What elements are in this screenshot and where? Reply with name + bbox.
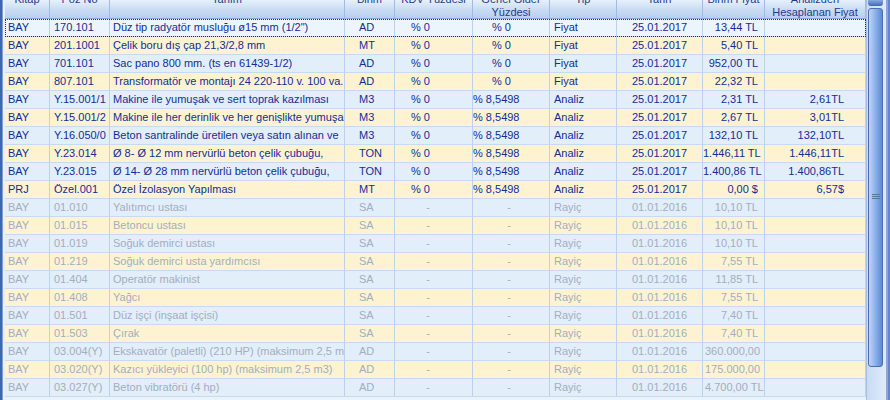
grid-row[interactable]: BAY03.004(Y)Ekskavatör (paletli) (210 HP…: [5, 343, 866, 361]
cell-gg_yuzdesi[interactable]: % 8,5498: [473, 127, 550, 145]
cell-birim_fiyat[interactable]: 132,10 TL: [703, 127, 765, 145]
cell-tanim[interactable]: Kazıcı yükleyici (100 hp) (maksimum 2,5 …: [110, 361, 345, 379]
cell-kitap[interactable]: BAY: [5, 163, 50, 181]
cell-kdv_yuzdesi[interactable]: -: [395, 235, 473, 253]
cell-gg_yuzdesi[interactable]: % 8,5498: [473, 91, 550, 109]
cell-gg_yuzdesi[interactable]: % 8,5498: [473, 145, 550, 163]
cell-tarih[interactable]: 01.01.2016: [617, 271, 703, 289]
cell-gg_yuzdesi[interactable]: -: [473, 217, 550, 235]
cell-tip[interactable]: Rayiç: [550, 307, 617, 325]
cell-tanim[interactable]: Yağcı: [110, 289, 345, 307]
cell-kitap[interactable]: BAY: [5, 37, 50, 55]
cell-tarih[interactable]: 25.01.2017: [617, 73, 703, 91]
cell-kitap[interactable]: BAY: [5, 361, 50, 379]
cell-poz_no[interactable]: Y.16.050/0: [50, 127, 110, 145]
cell-tanim[interactable]: Yalıtımcı ustası: [110, 199, 345, 217]
cell-gg_yuzdesi[interactable]: -: [473, 379, 550, 397]
cell-kdv_yuzdesi[interactable]: -: [395, 253, 473, 271]
cell-gg_yuzdesi[interactable]: -: [473, 271, 550, 289]
cell-kdv_yuzdesi[interactable]: % 0: [395, 37, 473, 55]
cell-tip[interactable]: Rayiç: [550, 253, 617, 271]
cell-kdv_yuzdesi[interactable]: -: [395, 361, 473, 379]
cell-tanim[interactable]: Transformatör ve montajı 24 220-110 v. 1…: [110, 73, 345, 91]
cell-poz_no[interactable]: 01.501: [50, 307, 110, 325]
cell-tip[interactable]: Rayiç: [550, 271, 617, 289]
cell-birim_fiyat[interactable]: 4.700,00 TL: [703, 379, 765, 397]
cell-tarih[interactable]: 01.01.2016: [617, 235, 703, 253]
cell-poz_no[interactable]: 01.503: [50, 325, 110, 343]
cell-hesaplanan_fiyat[interactable]: [765, 289, 866, 307]
cell-poz_no[interactable]: 01.219: [50, 253, 110, 271]
grid-row[interactable]: BAY01.219Soğuk demirci usta yardımcısıSA…: [5, 253, 866, 271]
cell-hesaplanan_fiyat[interactable]: [765, 343, 866, 361]
cell-hesaplanan_fiyat[interactable]: 1.400,86TL: [765, 163, 866, 181]
cell-hesaplanan_fiyat[interactable]: [765, 253, 866, 271]
cell-tanim[interactable]: Beton vibratörü (4 hp): [110, 379, 345, 397]
cell-hesaplanan_fiyat[interactable]: [765, 325, 866, 343]
grid-row[interactable]: BAY03.020(Y)Kazıcı yükleyici (100 hp) (m…: [5, 361, 866, 379]
grid-row[interactable]: BAY01.501Düz işçi (inşaat işçisi)SA--Ray…: [5, 307, 866, 325]
cell-poz_no[interactable]: Y.23.015: [50, 163, 110, 181]
cell-tanim[interactable]: Betoncu ustası: [110, 217, 345, 235]
cell-kdv_yuzdesi[interactable]: % 0: [395, 181, 473, 199]
cell-gg_yuzdesi[interactable]: % 0: [473, 73, 550, 91]
cell-kitap[interactable]: BAY: [5, 91, 50, 109]
cell-tip[interactable]: Fiyat: [550, 55, 617, 73]
grid-row[interactable]: BAYY.23.014Ø 8- Ø 12 mm nervürlü beton ç…: [5, 145, 866, 163]
cell-birim[interactable]: M3: [345, 109, 395, 127]
cell-tanim[interactable]: Soğuk demirci usta yardımcısı: [110, 253, 345, 271]
cell-hesaplanan_fiyat[interactable]: [765, 199, 866, 217]
cell-birim_fiyat[interactable]: 0,00 $: [703, 181, 765, 199]
header-poz_no[interactable]: Poz No: [50, 0, 110, 19]
cell-kdv_yuzdesi[interactable]: -: [395, 217, 473, 235]
cell-tip[interactable]: Rayiç: [550, 343, 617, 361]
cell-kdv_yuzdesi[interactable]: -: [395, 325, 473, 343]
cell-tarih[interactable]: 01.01.2016: [617, 379, 703, 397]
cell-hesaplanan_fiyat[interactable]: 3,01TL: [765, 109, 866, 127]
cell-poz_no[interactable]: 201.1001: [50, 37, 110, 55]
cell-kitap[interactable]: BAY: [5, 271, 50, 289]
cell-tanim[interactable]: Çelik boru dış çap 21,3/2,8 mm: [110, 37, 345, 55]
cell-kdv_yuzdesi[interactable]: % 0: [395, 73, 473, 91]
grid-row[interactable]: BAYY.15.001/2Makine ile her derinlik ve …: [5, 109, 866, 127]
cell-tip[interactable]: Analiz: [550, 163, 617, 181]
cell-poz_no[interactable]: Y.15.001/1: [50, 91, 110, 109]
cell-tarih[interactable]: 25.01.2017: [617, 91, 703, 109]
cell-birim[interactable]: TON: [345, 145, 395, 163]
cell-tanim[interactable]: Ekskavatör (paletli) (210 HP) (maksimum …: [110, 343, 345, 361]
cell-tarih[interactable]: 01.01.2016: [617, 199, 703, 217]
cell-kdv_yuzdesi[interactable]: -: [395, 199, 473, 217]
cell-kitap[interactable]: BAY: [5, 217, 50, 235]
cell-kitap[interactable]: BAY: [5, 109, 50, 127]
cell-tarih[interactable]: 01.01.2016: [617, 253, 703, 271]
cell-birim_fiyat[interactable]: 11,85 TL: [703, 271, 765, 289]
cell-birim_fiyat[interactable]: 360.000,00: [703, 343, 765, 361]
scroll-up-button[interactable]: [868, 0, 883, 6]
cell-birim_fiyat[interactable]: 2,31 TL: [703, 91, 765, 109]
cell-poz_no[interactable]: 807.101: [50, 73, 110, 91]
cell-kitap[interactable]: BAY: [5, 289, 50, 307]
cell-kitap[interactable]: BAY: [5, 55, 50, 73]
grid-row[interactable]: PRJÖzel.001Özel İzolasyon YapılmasıMT% 0…: [5, 181, 866, 199]
cell-kdv_yuzdesi[interactable]: % 0: [395, 163, 473, 181]
cell-poz_no[interactable]: 03.020(Y): [50, 361, 110, 379]
cell-hesaplanan_fiyat[interactable]: 1.446,11TL: [765, 145, 866, 163]
cell-kdv_yuzdesi[interactable]: % 0: [395, 55, 473, 73]
cell-hesaplanan_fiyat[interactable]: 132,10TL: [765, 127, 866, 145]
cell-poz_no[interactable]: 01.408: [50, 289, 110, 307]
cell-kdv_yuzdesi[interactable]: % 0: [395, 145, 473, 163]
cell-gg_yuzdesi[interactable]: % 8,5498: [473, 163, 550, 181]
header-birim_fiyat[interactable]: Birim Fiyat: [703, 0, 765, 19]
cell-birim[interactable]: M3: [345, 91, 395, 109]
cell-birim_fiyat[interactable]: 7,55 TL: [703, 253, 765, 271]
cell-gg_yuzdesi[interactable]: % 0: [473, 19, 550, 37]
cell-tanim[interactable]: Düz tip radyatör musluğu ø15 mm (1/2"): [110, 19, 345, 37]
cell-birim[interactable]: SA: [345, 217, 395, 235]
cell-poz_no[interactable]: 03.004(Y): [50, 343, 110, 361]
cell-birim[interactable]: AD: [345, 361, 395, 379]
cell-birim[interactable]: AD: [345, 55, 395, 73]
cell-tip[interactable]: Analiz: [550, 109, 617, 127]
cell-tanim[interactable]: Ø 8- Ø 12 mm nervürlü beton çelik çubuğu…: [110, 145, 345, 163]
cell-birim[interactable]: SA: [345, 289, 395, 307]
cell-tarih[interactable]: 01.01.2016: [617, 217, 703, 235]
